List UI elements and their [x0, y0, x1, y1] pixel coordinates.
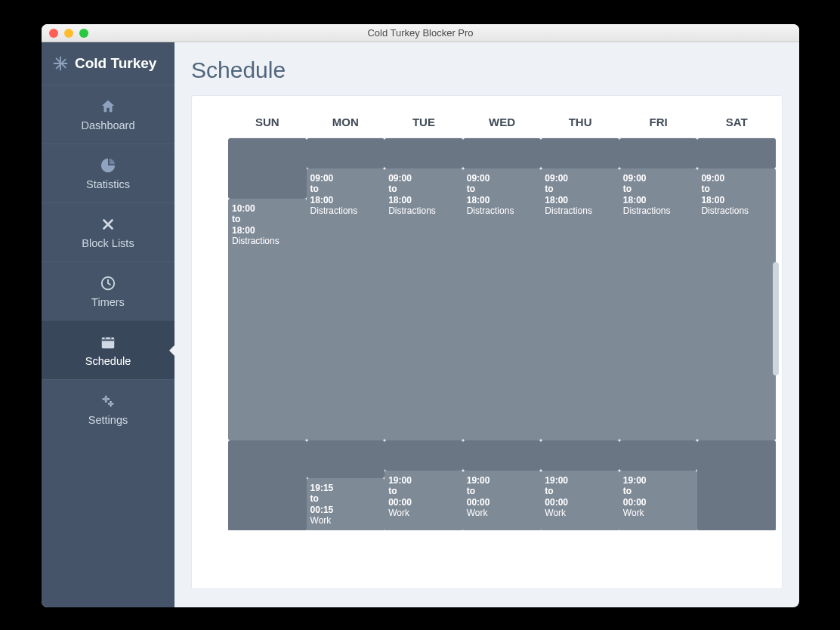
sidebar-item-blocklists[interactable]: Block Lists — [42, 202, 174, 261]
schedule-gap — [541, 138, 619, 168]
schedule-gap — [697, 440, 776, 530]
window-title: Cold Turkey Blocker Pro — [42, 27, 799, 39]
page-title: Schedule — [191, 57, 783, 83]
sidebar-item-timers[interactable]: Timers — [42, 261, 174, 320]
day-header-sun: SUN — [228, 110, 307, 137]
calendar-header-row: SUNMONTUEWEDTHUFRISAT — [228, 110, 776, 137]
x-icon — [100, 216, 116, 233]
sidebar-item-schedule[interactable]: Schedule — [42, 320, 174, 379]
day-header-thu: THU — [541, 110, 619, 137]
schedule-gap — [307, 138, 385, 168]
day-header-tue: TUE — [384, 110, 463, 137]
schedule-event[interactable]: 09:00to18:00Distractions — [697, 168, 776, 440]
app-window: Cold Turkey Blocker Pro Cold Turkey Dash… — [42, 24, 799, 607]
schedule-event[interactable]: 19:00to00:00Work — [463, 471, 542, 530]
calendar-grid[interactable]: 08:0009:0010:0011:0012:0013:0014:0015:00… — [228, 137, 776, 530]
sidebar-item-label: Block Lists — [82, 237, 134, 249]
day-header-wed: WED — [463, 110, 542, 137]
svg-rect-1 — [102, 337, 115, 348]
schedule-event[interactable]: 19:00to00:00Work — [384, 471, 463, 530]
schedule-gap — [384, 138, 463, 168]
svg-point-2 — [104, 397, 109, 401]
scrollbar-thumb[interactable] — [773, 262, 779, 375]
schedule-event[interactable]: 09:00to18:00Distractions — [307, 168, 385, 440]
schedule-gap — [228, 440, 307, 530]
schedule-gap — [228, 138, 307, 199]
calendar-icon — [100, 334, 116, 351]
schedule-gap — [307, 440, 385, 478]
sidebar-item-label: Dashboard — [82, 119, 135, 131]
clock-icon — [100, 275, 116, 292]
schedule-event[interactable]: 19:15to00:15Work — [307, 478, 385, 530]
schedule-gap — [463, 440, 542, 471]
schedule-event[interactable]: 19:00to00:00Work — [619, 471, 698, 530]
schedule-gap — [384, 440, 463, 471]
schedule-event[interactable]: 09:00to18:00Distractions — [463, 168, 542, 440]
schedule-event[interactable]: 09:00to18:00Distractions — [541, 168, 619, 440]
schedule-gap — [697, 138, 776, 168]
schedule-event[interactable]: 19:00to00:00Work — [541, 471, 619, 530]
schedule-event[interactable]: 09:00to18:00Distractions — [384, 168, 463, 440]
sidebar-item-dashboard[interactable]: Dashboard — [42, 85, 174, 144]
sidebar: Cold Turkey DashboardStatisticsBlock Lis… — [42, 42, 174, 607]
brand: Cold Turkey — [42, 42, 174, 85]
schedule-event[interactable]: 09:00to18:00Distractions — [619, 168, 698, 440]
sidebar-item-label: Settings — [88, 414, 128, 426]
schedule-gap — [541, 440, 619, 471]
schedule-gap — [463, 138, 542, 168]
pie-icon — [100, 157, 116, 174]
main: Schedule SUNMONTUEWEDTHUFRISAT 08:0009:0… — [174, 42, 799, 607]
sidebar-item-settings[interactable]: Settings — [42, 379, 174, 438]
sidebar-item-label: Timers — [91, 296, 125, 308]
svg-point-3 — [109, 402, 113, 406]
calendar-panel: SUNMONTUEWEDTHUFRISAT 08:0009:0010:0011:… — [191, 95, 783, 589]
day-header-mon: MON — [307, 110, 385, 137]
gears-icon — [100, 393, 116, 409]
home-icon — [100, 98, 116, 115]
schedule-gap — [619, 138, 698, 168]
sidebar-item-label: Schedule — [85, 355, 131, 367]
day-header-sat: SAT — [697, 110, 776, 137]
sidebar-item-statistics[interactable]: Statistics — [42, 144, 174, 202]
schedule-event[interactable]: 10:00to18:00Distractions — [228, 199, 307, 440]
day-header-fri: FRI — [619, 110, 698, 137]
brand-text: Cold Turkey — [75, 55, 156, 72]
sidebar-item-label: Statistics — [86, 178, 130, 190]
schedule-gap — [619, 440, 698, 471]
titlebar: Cold Turkey Blocker Pro — [42, 24, 799, 42]
snowflake-icon — [52, 55, 69, 72]
